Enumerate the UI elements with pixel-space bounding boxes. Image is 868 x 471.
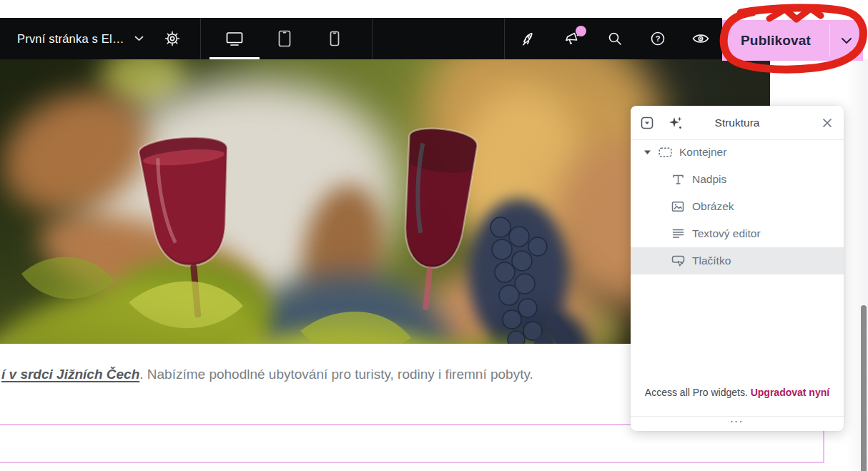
device-desktop-button[interactable] <box>219 18 250 59</box>
tree-item-kontejner[interactable]: Kontejner <box>631 139 844 166</box>
close-panel-button[interactable] <box>815 106 839 140</box>
elementor-editor: í v srdci Jižních Čech. Nabízíme pohodln… <box>0 0 868 471</box>
tree-item-label: Obrázek <box>692 200 734 213</box>
resize-handle-dots: ··· <box>731 416 744 427</box>
container-icon <box>658 147 672 157</box>
notification-dot <box>576 26 586 36</box>
mobile-icon <box>327 29 342 48</box>
finder-search-button[interactable] <box>599 18 631 59</box>
tree-item-tlacitko[interactable]: Tlačítko <box>631 247 844 274</box>
rocket-icon <box>521 30 538 47</box>
tree-item-label: Nadpis <box>692 173 726 186</box>
panel-title: Struktura <box>631 106 844 140</box>
top-toolbar: První stránka s El… <box>0 18 722 59</box>
device-tablet-button[interactable] <box>269 18 300 59</box>
button-icon <box>671 255 685 267</box>
help-button[interactable]: ? <box>642 18 674 59</box>
close-icon <box>822 117 833 129</box>
chevron-down-icon <box>134 36 144 41</box>
image-icon <box>671 201 685 212</box>
navigator-header[interactable]: Struktura <box>631 106 844 140</box>
tree-item-label: Tlačítko <box>692 254 731 267</box>
desktop-icon <box>225 30 244 47</box>
scrollbar-thumb[interactable] <box>861 305 867 471</box>
whats-new-button[interactable] <box>556 18 588 59</box>
toolbar-divider <box>372 18 373 59</box>
tree-item-label: Kontejner <box>679 146 726 159</box>
search-icon <box>606 30 623 47</box>
publish-button[interactable]: Publikovat <box>722 20 829 61</box>
tree-item-textovy-editor[interactable]: Textový editor <box>631 220 844 247</box>
chevron-down-icon <box>841 37 852 44</box>
gear-icon <box>164 30 181 47</box>
toolbar-divider <box>504 18 505 59</box>
page-title-menu[interactable]: První stránka s El… <box>17 18 144 59</box>
active-device-underline <box>209 57 260 59</box>
page-title: První stránka s El… <box>17 32 124 46</box>
navigator-panel: Struktura Kontejner Na <box>631 106 844 431</box>
pro-widgets-promo: Access all Pro widgets. Upgradovat nyní <box>641 385 834 400</box>
promo-text: Access all Pro widgets. <box>645 387 751 398</box>
svg-text:?: ? <box>656 34 661 43</box>
tree-item-obrazek[interactable]: Obrázek <box>631 193 844 220</box>
eye-icon <box>691 30 710 47</box>
expand-caret-icon[interactable] <box>643 149 652 155</box>
text-editor-widget[interactable]: í v srdci Jižních Čech. Nabízíme pohodln… <box>1 365 659 384</box>
device-mobile-button[interactable] <box>319 18 350 59</box>
upgrade-link[interactable]: Upgradovat nyní <box>751 387 829 398</box>
publish-options-button[interactable] <box>830 20 863 61</box>
heading-icon <box>671 174 685 185</box>
navigator-tree: Kontejner Nadpis Obrázek Textový editor <box>631 139 844 274</box>
launchpad-button[interactable] <box>513 18 545 59</box>
tree-item-nadpis[interactable]: Nadpis <box>631 166 844 193</box>
tablet-icon <box>276 29 293 48</box>
settings-button[interactable] <box>157 18 188 59</box>
publish-button-group: Publikovat <box>722 20 863 61</box>
panel-resize-handle[interactable]: ··· <box>631 416 844 431</box>
toolbar-divider <box>200 18 201 59</box>
preview-button[interactable] <box>685 18 716 59</box>
help-icon: ? <box>649 30 666 47</box>
paragraph-emphasized-text: í v srdci Jižních Čech <box>1 367 139 382</box>
paragraph-rest-text: . Nabízíme pohodlné ubytování pro turist… <box>139 367 533 382</box>
tree-item-label: Textový editor <box>692 227 761 240</box>
text-editor-icon <box>671 228 685 239</box>
